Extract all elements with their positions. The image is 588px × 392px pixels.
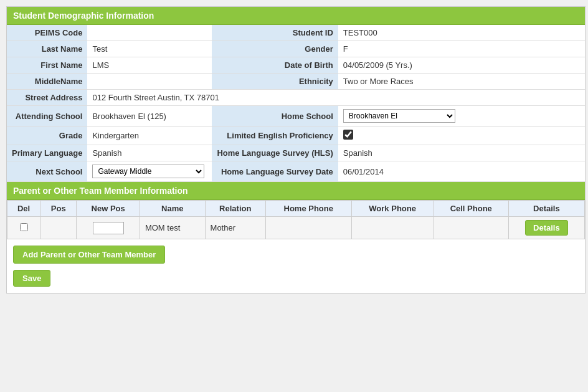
row-grade-lep: Grade Kindergarten Limited English Profi… (7, 127, 585, 145)
attending-school-value: Brookhaven El (125) (87, 106, 212, 127)
last-name-value: Test (87, 41, 212, 57)
details-cell: Details (508, 217, 584, 239)
del-checkbox[interactable] (20, 223, 28, 231)
street-address-label: Street Address (7, 90, 87, 106)
parent-section-header: Parent or Other Team Member Information (7, 182, 585, 200)
student-id-label: Student ID (212, 25, 338, 41)
col-name: Name (140, 201, 205, 217)
new-pos-input[interactable] (93, 222, 124, 234)
gender-value: F (338, 41, 585, 57)
primary-lang-label: Primary Language (7, 145, 87, 161)
col-details: Details (508, 201, 584, 217)
dob-label: Date of Birth (212, 57, 338, 74)
hls-date-value: 06/01/2014 (338, 161, 585, 182)
col-newpos: New Pos (77, 201, 140, 217)
hls-label: Home Language Survey (HLS) (212, 145, 338, 161)
del-cell (7, 217, 40, 239)
grade-label: Grade (7, 127, 87, 145)
student-demo-header: Student Demographic Information (7, 7, 585, 25)
attending-school-label: Attending School (7, 106, 87, 127)
hls-date-label: Home Language Survey Date (212, 161, 338, 182)
home-school-value: Brookhaven El Lincoln El Central El (338, 106, 585, 127)
col-cellphone: Cell Phone (434, 201, 508, 217)
lep-checkbox[interactable] (343, 130, 353, 140)
parent-table: Del Pos New Pos Name Relation Home Phone… (7, 200, 585, 239)
middle-name-value (87, 74, 212, 90)
details-button[interactable]: Details (525, 220, 568, 236)
main-container: Student Demographic Information PEIMS Co… (6, 6, 586, 294)
peims-code-value (87, 25, 212, 41)
col-workphone: Work Phone (351, 201, 434, 217)
add-parent-button[interactable]: Add Parent or Other Team Member (13, 246, 165, 264)
home-phone-cell (265, 217, 351, 239)
row-lastname-gender: Last Name Test Gender F (7, 41, 585, 57)
row-primary-lang-hls: Primary Language Spanish Home Language S… (7, 145, 585, 161)
next-school-value: Gateway Middle Lincoln Middle Central Mi… (87, 161, 212, 182)
row-middlename-ethnicity: MiddleName Ethnicity Two or More Races (7, 74, 585, 90)
relation-cell: Mother (205, 217, 265, 239)
lep-value (338, 127, 585, 145)
col-pos: Pos (40, 201, 77, 217)
row-firstname-dob: First Name LMS Date of Birth 04/05/2009 … (7, 57, 585, 74)
row-next-school-hls-date: Next School Gateway Middle Lincoln Middl… (7, 161, 585, 182)
table-row: MOM test Mother Details (7, 217, 585, 239)
lep-label: Limited English Proficiency (212, 127, 338, 145)
row-street-address: Street Address 012 Fourth Street Austin,… (7, 90, 585, 106)
home-school-label: Home School (212, 106, 338, 127)
student-info-table: PEIMS Code Student ID TEST000 Last Name … (7, 25, 585, 182)
add-parent-container: Add Parent or Other Team Member (7, 239, 585, 267)
row-attending-home: Attending School Brookhaven El (125) Hom… (7, 106, 585, 127)
next-school-label: Next School (7, 161, 87, 182)
primary-lang-value: Spanish (87, 145, 212, 161)
middle-name-label: MiddleName (7, 74, 87, 90)
col-relation: Relation (205, 201, 265, 217)
save-container: Save (7, 267, 585, 293)
ethnicity-value: Two or More Races (338, 74, 585, 90)
peims-code-label: PEIMS Code (7, 25, 87, 41)
parent-section: Parent or Other Team Member Information … (7, 182, 585, 293)
grade-value: Kindergarten (87, 127, 212, 145)
save-button[interactable]: Save (13, 270, 50, 287)
home-school-dropdown[interactable]: Brookhaven El Lincoln El Central El (343, 109, 455, 123)
last-name-label: Last Name (7, 41, 87, 57)
first-name-value: LMS (87, 57, 212, 74)
first-name-label: First Name (7, 57, 87, 74)
parent-table-head: Del Pos New Pos Name Relation Home Phone… (7, 201, 585, 217)
ethnicity-label: Ethnicity (212, 74, 338, 90)
hls-value: Spanish (338, 145, 585, 161)
col-del: Del (7, 201, 40, 217)
name-cell: MOM test (140, 217, 205, 239)
pos-cell (40, 217, 77, 239)
street-address-value: 012 Fourth Street Austin, TX 78701 (87, 90, 585, 106)
student-id-value: TEST000 (338, 25, 585, 41)
col-homephone: Home Phone (265, 201, 351, 217)
parent-table-body: MOM test Mother Details (7, 217, 585, 239)
gender-label: Gender (212, 41, 338, 57)
row-peims-studentid: PEIMS Code Student ID TEST000 (7, 25, 585, 41)
parent-table-header-row: Del Pos New Pos Name Relation Home Phone… (7, 201, 585, 217)
next-school-dropdown[interactable]: Gateway Middle Lincoln Middle Central Mi… (92, 165, 204, 178)
cell-phone-cell (434, 217, 508, 239)
dob-value: 04/05/2009 (5 Yrs.) (338, 57, 585, 74)
student-demo-section: Student Demographic Information PEIMS Co… (7, 7, 585, 182)
work-phone-cell (351, 217, 434, 239)
new-pos-cell (77, 217, 140, 239)
